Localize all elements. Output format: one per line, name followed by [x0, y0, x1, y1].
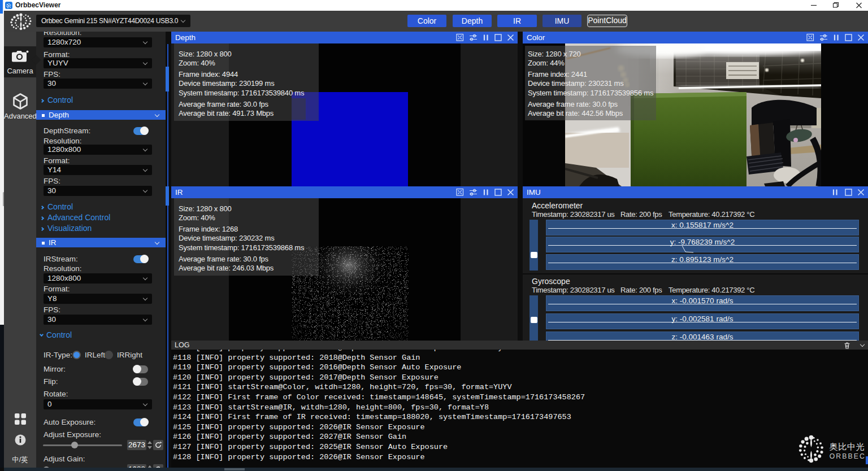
- svg-text:ORBBEC: ORBBEC: [830, 452, 866, 460]
- svg-text:奥比中光: 奥比中光: [830, 442, 865, 451]
